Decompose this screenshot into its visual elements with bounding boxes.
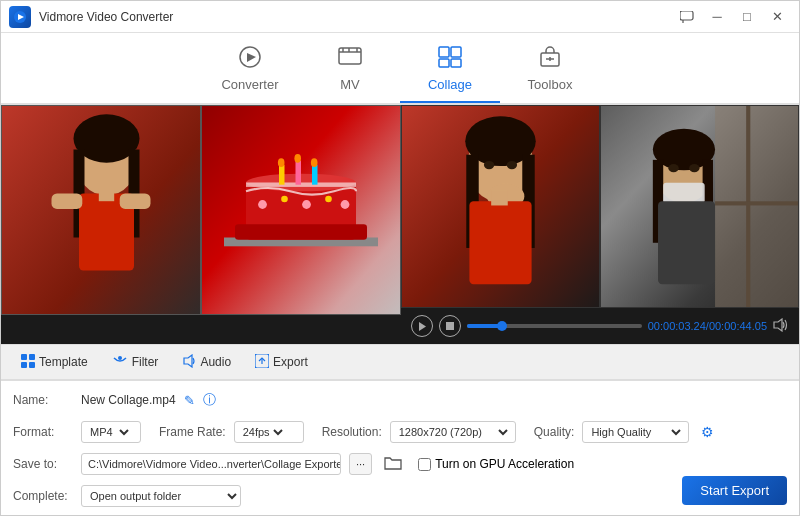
collage-editor: ⊞ bbox=[1, 105, 401, 344]
svg-marker-70 bbox=[419, 322, 426, 331]
svg-point-44 bbox=[118, 356, 122, 360]
preview-cell-2 bbox=[600, 105, 799, 308]
quality-select[interactable]: High Quality Medium Quality Low Quality bbox=[582, 421, 689, 443]
titlebar: Vidmore Video Converter ─ □ ✕ bbox=[1, 1, 799, 33]
gpu-acceleration-option[interactable]: Turn on GPU Acceleration bbox=[418, 457, 574, 471]
svg-point-39 bbox=[341, 200, 350, 209]
preview-cell-1 bbox=[401, 105, 600, 308]
template-button[interactable]: Template bbox=[9, 350, 100, 375]
tab-toolbox[interactable]: Toolbox bbox=[500, 35, 600, 103]
collage-cell-2[interactable]: ⊞ bbox=[201, 105, 401, 315]
gpu-checkbox-input[interactable] bbox=[418, 458, 431, 471]
frame-rate-select-input[interactable]: 24fps 30fps 60fps bbox=[239, 425, 286, 439]
save-to-label: Save to: bbox=[13, 457, 73, 471]
name-row: Name: New Collage.mp4 ✎ ⓘ bbox=[13, 387, 787, 413]
svg-rect-31 bbox=[312, 165, 318, 185]
svg-point-68 bbox=[689, 164, 699, 172]
collage-cell-1[interactable]: ⊞ bbox=[1, 105, 201, 315]
svg-rect-71 bbox=[446, 322, 454, 330]
svg-rect-20 bbox=[52, 194, 83, 209]
settings-area: Name: New Collage.mp4 ✎ ⓘ Format: MP4 AV… bbox=[1, 380, 799, 515]
converter-icon bbox=[237, 45, 263, 73]
collage-icon bbox=[437, 45, 463, 73]
svg-rect-61 bbox=[715, 201, 798, 205]
format-label: Format: bbox=[13, 425, 73, 439]
maximize-button[interactable]: □ bbox=[733, 7, 761, 27]
main-window: Vidmore Video Converter ─ □ ✕ Converter bbox=[0, 0, 800, 516]
tab-converter[interactable]: Converter bbox=[200, 35, 300, 103]
format-select-input[interactable]: MP4 AVI MOV bbox=[86, 425, 132, 439]
resolution-select[interactable]: 1280x720 (720p) 1920x1080 (1080p) 3840x2… bbox=[390, 421, 516, 443]
complete-label: Complete: bbox=[13, 489, 73, 503]
svg-rect-69 bbox=[658, 201, 715, 284]
name-label: Name: bbox=[13, 393, 73, 407]
svg-rect-22 bbox=[99, 188, 114, 201]
svg-rect-40 bbox=[21, 354, 27, 360]
tab-mv[interactable]: MV bbox=[300, 35, 400, 103]
preview-grid bbox=[401, 105, 799, 308]
collage-toolbar: Template Filter bbox=[1, 344, 401, 380]
resolution-select-input[interactable]: 1280x720 (720p) 1920x1080 (1080p) 3840x2… bbox=[395, 425, 511, 439]
svg-marker-5 bbox=[247, 53, 256, 62]
svg-rect-57 bbox=[491, 191, 508, 206]
info-icon[interactable]: ⓘ bbox=[203, 391, 216, 409]
template-icon bbox=[21, 354, 35, 371]
volume-icon[interactable] bbox=[773, 318, 789, 335]
svg-rect-66 bbox=[663, 183, 704, 204]
tab-collage[interactable]: Collage bbox=[400, 35, 500, 103]
svg-rect-59 bbox=[715, 106, 798, 307]
tab-toolbox-label: Toolbox bbox=[528, 77, 573, 92]
svg-rect-41 bbox=[29, 354, 35, 360]
svg-rect-21 bbox=[120, 194, 151, 209]
playback-bar: 00:00:03.24/00:00:44.05 bbox=[401, 308, 799, 344]
svg-point-35 bbox=[258, 200, 267, 209]
save-path-display: C:\Vidmore\Vidmore Video...nverter\Colla… bbox=[81, 453, 341, 475]
playback-time: 00:00:03.24/00:00:44.05 bbox=[648, 320, 767, 332]
progress-track[interactable] bbox=[467, 324, 642, 328]
close-button[interactable]: ✕ bbox=[763, 7, 791, 27]
svg-point-54 bbox=[507, 161, 517, 169]
frame-rate-select[interactable]: 24fps 30fps 60fps bbox=[234, 421, 304, 443]
edit-icon[interactable]: ✎ bbox=[184, 393, 195, 408]
progress-thumb bbox=[497, 321, 507, 331]
tab-converter-label: Converter bbox=[221, 77, 278, 92]
audio-button[interactable]: Audio bbox=[170, 350, 243, 375]
filter-button[interactable]: Filter bbox=[100, 350, 171, 375]
complete-select[interactable]: Open output folder Do nothing Shut down … bbox=[81, 485, 241, 507]
play-button[interactable] bbox=[411, 315, 433, 337]
filter-label: Filter bbox=[132, 355, 159, 369]
quality-settings-icon[interactable]: ⚙ bbox=[701, 424, 714, 440]
export-label: Export bbox=[273, 355, 308, 369]
folder-icon[interactable] bbox=[384, 455, 402, 474]
toolbox-icon bbox=[537, 45, 563, 73]
svg-point-32 bbox=[278, 158, 285, 167]
gpu-label: Turn on GPU Acceleration bbox=[435, 457, 574, 471]
minimize-button[interactable]: ─ bbox=[703, 7, 731, 27]
audio-label: Audio bbox=[200, 355, 231, 369]
export-button[interactable]: Export bbox=[243, 350, 320, 375]
stop-button[interactable] bbox=[439, 315, 461, 337]
svg-rect-43 bbox=[29, 362, 35, 368]
svg-rect-10 bbox=[451, 59, 461, 67]
export-icon bbox=[255, 354, 269, 371]
mv-icon bbox=[337, 45, 363, 73]
svg-rect-60 bbox=[746, 106, 750, 307]
svg-point-53 bbox=[484, 161, 494, 169]
svg-point-38 bbox=[325, 196, 332, 203]
svg-rect-2 bbox=[680, 11, 693, 20]
chat-button[interactable] bbox=[673, 7, 701, 27]
svg-marker-72 bbox=[774, 319, 782, 331]
svg-rect-9 bbox=[439, 59, 449, 67]
format-select[interactable]: MP4 AVI MOV bbox=[81, 421, 141, 443]
browse-button[interactable]: ··· bbox=[349, 453, 372, 475]
main-content: ⊞ bbox=[1, 105, 799, 515]
svg-point-37 bbox=[302, 200, 311, 209]
filter-icon bbox=[112, 354, 128, 371]
svg-point-67 bbox=[668, 164, 678, 172]
svg-rect-27 bbox=[235, 224, 367, 239]
svg-point-36 bbox=[281, 196, 288, 203]
svg-rect-30 bbox=[296, 161, 302, 185]
start-export-button[interactable]: Start Export bbox=[682, 476, 787, 505]
quality-select-input[interactable]: High Quality Medium Quality Low Quality bbox=[587, 425, 684, 439]
template-label: Template bbox=[39, 355, 88, 369]
